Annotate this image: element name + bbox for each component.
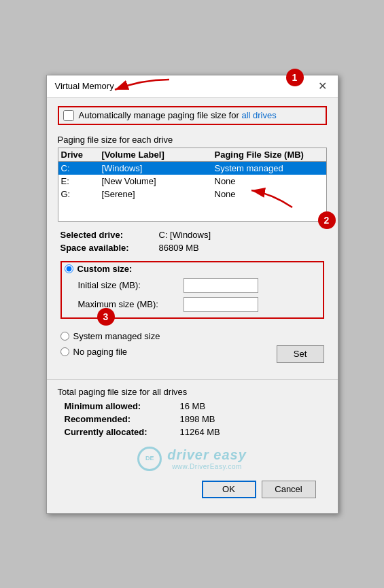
initial-size-input[interactable] (184, 278, 258, 293)
watermark-sub: www.DriverEasy.com (167, 463, 247, 470)
dialog-title: Virtual Memory (55, 81, 114, 91)
set-button[interactable]: Set (277, 345, 324, 363)
info-section: Selected drive: C: [Windows] Space avail… (58, 230, 327, 253)
selected-drive-row: Selected drive: C: [Windows] (60, 230, 324, 240)
minimum-allowed-row: Minimum allowed: 16 MB (58, 401, 327, 411)
drive-c: C: (61, 163, 102, 173)
size-g-none: None (215, 189, 324, 199)
maximum-size-label: Maximum size (MB): (78, 299, 184, 309)
dialog-body: Automatically manage paging file size fo… (47, 98, 338, 379)
total-section-title: Total paging file size for all drives (58, 387, 327, 397)
space-available-key: Space available: (60, 243, 159, 253)
size-system-managed: System managed (215, 163, 324, 173)
currently-allocated-row: Currently allocated: 11264 MB (58, 427, 327, 437)
col-label-header: [Volume Label] (102, 150, 215, 160)
watermark: DE driver easy www.DriverEasy.com (58, 440, 327, 475)
size-options: Custom size: Initial size (MB): Maximum … (58, 261, 327, 363)
size-e-none: None (215, 176, 324, 186)
currently-allocated-val: 11264 MB (180, 427, 220, 437)
virtual-memory-dialog: 1 Virtual Memory ✕ Automatically manage … (46, 75, 338, 514)
no-paging-radio[interactable] (60, 347, 69, 356)
total-section: Total paging file size for all drives Mi… (47, 379, 338, 513)
system-managed-label: System managed size (73, 331, 160, 341)
initial-size-label: Initial size (MB): (78, 280, 184, 290)
col-drive-header: Drive (61, 150, 102, 160)
selected-drive-val: C: [Windows] (159, 230, 211, 240)
drive-table-header: Drive [Volume Label] Paging File Size (M… (58, 148, 326, 162)
title-bar: Virtual Memory ✕ (47, 75, 338, 98)
recommended-key: Recommended: (65, 414, 180, 424)
auto-manage-checkbox[interactable] (63, 110, 74, 121)
auto-manage-label: Automatically manage paging file size fo… (79, 110, 277, 120)
label-new-volume: [New Volume] (102, 176, 215, 186)
recommended-row: Recommended: 1898 MB (58, 414, 327, 424)
system-managed-row: System managed size (60, 331, 324, 341)
space-available-row: Space available: 86809 MB (60, 243, 324, 253)
custom-size-radio[interactable] (65, 264, 73, 273)
custom-size-box: Custom size: Initial size (MB): Maximum … (60, 261, 324, 319)
col-size-header: Paging File Size (MB) (215, 150, 324, 160)
selected-drive-key: Selected drive: (60, 230, 159, 240)
maximum-size-input[interactable] (184, 297, 258, 312)
custom-size-label: Custom size: (77, 264, 133, 274)
auto-manage-row: Automatically manage paging file size fo… (58, 106, 327, 125)
maximum-size-row: Maximum size (MB): (78, 297, 320, 312)
custom-size-row: Custom size: (65, 264, 320, 274)
watermark-circle: DE (137, 447, 162, 471)
drive-row-g[interactable]: G: [Serene] None (58, 188, 326, 201)
label-serene: [Serene] (102, 189, 215, 199)
space-available-val: 86809 MB (159, 243, 199, 253)
no-paging-row: No paging file (60, 347, 128, 357)
paging-section-label: Paging file size for each drive (58, 135, 327, 145)
ok-button[interactable]: OK (202, 481, 256, 498)
recommended-val: 1898 MB (180, 414, 215, 424)
drive-table: Drive [Volume Label] Paging File Size (M… (58, 148, 327, 222)
currently-allocated-key: Currently allocated: (65, 427, 180, 437)
watermark-brand: driver easy (167, 447, 247, 463)
custom-fields: Initial size (MB): Maximum size (MB): (65, 278, 320, 312)
no-paging-label: No paging file (73, 347, 128, 357)
system-managed-radio[interactable] (60, 332, 69, 341)
cancel-button[interactable]: Cancel (262, 481, 316, 498)
minimum-allowed-key: Minimum allowed: (65, 401, 180, 411)
initial-size-row: Initial size (MB): (78, 278, 320, 293)
drive-e: E: (61, 176, 102, 186)
label-windows: [Windows] (102, 163, 215, 173)
drive-g: G: (61, 189, 102, 199)
dialog-footer: OK Cancel (58, 475, 327, 506)
drive-row-e[interactable]: E: [New Volume] None (58, 175, 326, 188)
minimum-allowed-val: 16 MB (180, 401, 206, 411)
close-button[interactable]: ✕ (315, 81, 330, 92)
drive-row-c[interactable]: C: [Windows] System managed (58, 162, 326, 175)
